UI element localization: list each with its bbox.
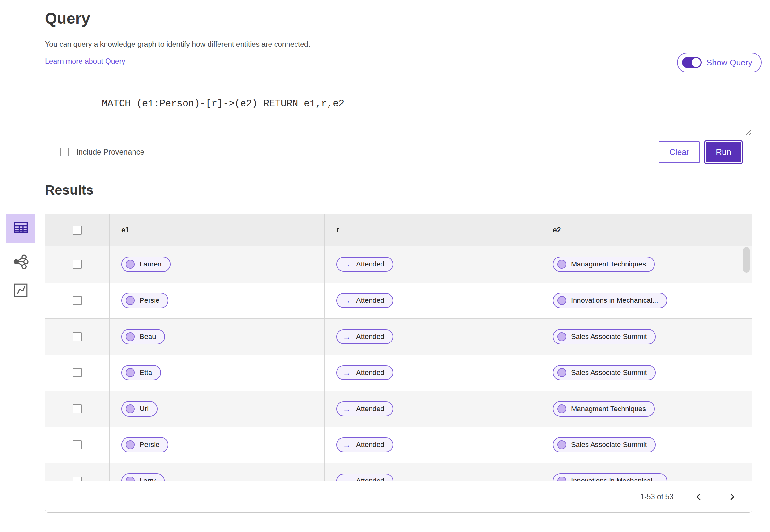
entity-pill-e1[interactable]: Uri bbox=[121, 401, 157, 417]
entity-label: Innovations in Mechanical... bbox=[571, 296, 658, 305]
view-chart-button[interactable] bbox=[12, 282, 30, 300]
entity-pill-e1[interactable]: Beau bbox=[121, 329, 165, 344]
row-checkbox[interactable] bbox=[73, 368, 82, 377]
view-network-button[interactable] bbox=[12, 253, 30, 271]
entity-pill-e2[interactable]: Sales Associate Summit bbox=[553, 329, 656, 344]
row-checkbox[interactable] bbox=[73, 477, 82, 481]
show-query-toggle[interactable]: Show Query bbox=[677, 53, 762, 72]
entity-icon bbox=[126, 368, 135, 377]
table-header-row: e1 r e2 bbox=[45, 214, 752, 246]
entity-pill-e2[interactable]: Managment Techniques bbox=[553, 401, 655, 417]
table-row: Etta → Attended Sales Associate Summit bbox=[45, 355, 752, 391]
relation-label: Attended bbox=[356, 368, 384, 377]
scrollbar-thumb[interactable] bbox=[743, 247, 750, 273]
entity-icon bbox=[557, 440, 566, 449]
table-row: Beau → Attended Sales Associate Summit bbox=[45, 318, 752, 355]
entity-icon bbox=[557, 404, 566, 413]
row-checkbox[interactable] bbox=[73, 404, 82, 413]
arrow-right-icon: → bbox=[343, 333, 351, 341]
results-table: e1 r e2 Lauren → Attended Managm bbox=[45, 214, 752, 481]
arrow-right-icon: → bbox=[343, 477, 351, 481]
entity-pill-e1[interactable]: Etta bbox=[121, 365, 161, 380]
page-description: You can query a knowledge graph to ident… bbox=[45, 40, 752, 49]
query-text: MATCH (e1:Person)-[r]->(e2) RETURN e1,r,… bbox=[102, 98, 344, 109]
entity-label: Innovations in Mechanical... bbox=[571, 477, 658, 481]
arrow-right-icon: → bbox=[343, 405, 351, 413]
arrow-right-icon: → bbox=[343, 441, 351, 449]
entity-label: Beau bbox=[140, 333, 156, 341]
table-row: Uri → Attended Managment Techniques bbox=[45, 391, 752, 427]
relation-pill[interactable]: → Attended bbox=[336, 257, 394, 272]
relation-label: Attended bbox=[356, 477, 384, 481]
row-checkbox[interactable] bbox=[73, 260, 82, 269]
row-checkbox[interactable] bbox=[73, 332, 82, 341]
entity-pill-e2[interactable]: Innovations in Mechanical... bbox=[553, 473, 667, 481]
results-table-body: Lauren → Attended Managment Techniques P… bbox=[45, 246, 752, 481]
pagination-range: 1-53 of 53 bbox=[640, 493, 673, 501]
entity-pill-e1[interactable]: Larry bbox=[121, 473, 165, 481]
results-title: Results bbox=[45, 182, 752, 198]
next-page-icon[interactable] bbox=[728, 493, 734, 500]
entity-icon bbox=[126, 440, 135, 449]
pagination-bar: 1-53 of 53 bbox=[45, 481, 752, 513]
entity-label: Persie bbox=[140, 296, 159, 305]
show-query-label: Show Query bbox=[707, 58, 752, 68]
query-actions: Include Provenance Clear Run bbox=[45, 136, 752, 168]
entity-pill-e2[interactable]: Sales Associate Summit bbox=[553, 365, 656, 380]
table-row: Persie → Attended Sales Associate Summit bbox=[45, 427, 752, 463]
relation-pill[interactable]: → Attended bbox=[336, 401, 394, 416]
relation-pill[interactable]: → Attended bbox=[336, 293, 394, 308]
results-area: e1 r e2 Lauren → Attended Managm bbox=[45, 214, 752, 513]
entity-pill-e1[interactable]: Persie bbox=[121, 293, 168, 308]
resize-grip-icon[interactable] bbox=[745, 129, 751, 135]
toggle-switch-on[interactable] bbox=[682, 57, 702, 68]
select-all-checkbox[interactable] bbox=[73, 226, 82, 235]
entity-icon bbox=[126, 477, 135, 481]
entity-label: Managment Techniques bbox=[571, 405, 646, 413]
relation-label: Attended bbox=[356, 405, 384, 413]
chart-view-icon bbox=[13, 282, 29, 300]
entity-icon bbox=[126, 332, 135, 341]
entity-pill-e2[interactable]: Managment Techniques bbox=[553, 257, 655, 272]
relation-label: Attended bbox=[356, 333, 384, 341]
entity-icon bbox=[126, 260, 135, 269]
arrow-right-icon: → bbox=[343, 368, 351, 377]
relation-label: Attended bbox=[356, 296, 384, 305]
learn-more-link[interactable]: Learn more about Query bbox=[45, 57, 125, 66]
entity-label: Persie bbox=[140, 441, 159, 449]
view-table-button[interactable] bbox=[6, 214, 35, 243]
entity-label: Managment Techniques bbox=[571, 260, 646, 268]
table-view-icon bbox=[13, 219, 29, 237]
relation-label: Attended bbox=[356, 260, 384, 268]
entity-pill-e1[interactable]: Lauren bbox=[121, 257, 171, 272]
entity-icon bbox=[557, 260, 566, 269]
entity-label: Sales Associate Summit bbox=[571, 441, 647, 449]
entity-pill-e2[interactable]: Sales Associate Summit bbox=[553, 437, 656, 452]
entity-label: Sales Associate Summit bbox=[571, 333, 647, 341]
entity-pill-e2[interactable]: Innovations in Mechanical... bbox=[553, 293, 667, 308]
previous-page-icon[interactable] bbox=[697, 493, 703, 500]
entity-pill-e1[interactable]: Persie bbox=[121, 437, 168, 452]
page-title: Query bbox=[45, 10, 752, 27]
relation-pill[interactable]: → Attended bbox=[336, 365, 394, 380]
query-page: Query You can query a knowledge graph to… bbox=[0, 10, 770, 532]
relation-pill[interactable]: → Attended bbox=[336, 329, 394, 344]
entity-label: Larry bbox=[140, 477, 156, 481]
include-provenance-checkbox[interactable] bbox=[60, 148, 69, 156]
relation-pill[interactable]: → Attended bbox=[336, 437, 394, 452]
entity-label: Uri bbox=[140, 405, 148, 413]
run-button[interactable]: Run bbox=[705, 141, 742, 163]
entity-label: Sales Associate Summit bbox=[571, 368, 647, 377]
row-checkbox[interactable] bbox=[73, 296, 82, 305]
clear-button[interactable]: Clear bbox=[659, 141, 700, 163]
entity-icon bbox=[126, 404, 135, 413]
relation-pill[interactable]: → Attended bbox=[336, 474, 394, 481]
query-input[interactable]: MATCH (e1:Person)-[r]->(e2) RETURN e1,r,… bbox=[45, 79, 752, 136]
vertical-scrollbar[interactable] bbox=[741, 214, 752, 481]
view-rail bbox=[6, 214, 35, 300]
table-row: Lauren → Attended Managment Techniques bbox=[45, 246, 752, 283]
entity-icon bbox=[557, 296, 566, 305]
row-checkbox[interactable] bbox=[73, 440, 82, 449]
arrow-right-icon: → bbox=[343, 260, 351, 268]
include-provenance-row[interactable]: Include Provenance bbox=[60, 148, 144, 156]
